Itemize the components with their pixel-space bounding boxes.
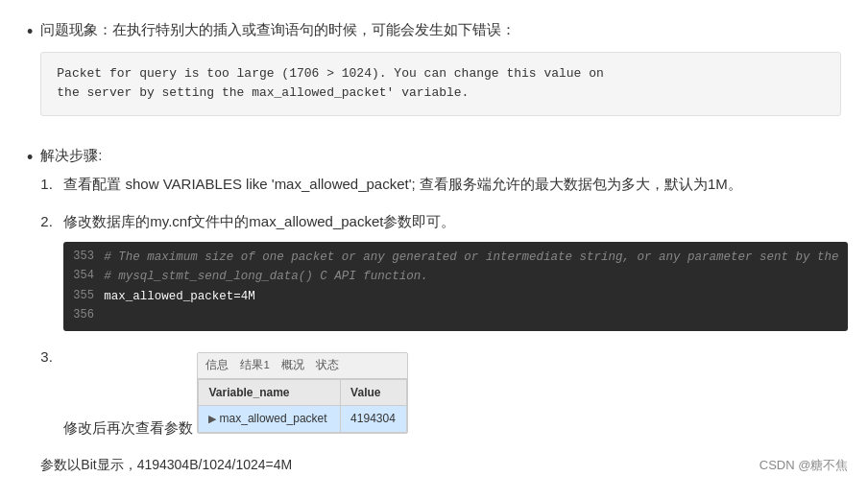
line-num-353: 353 [73,248,104,267]
dark-code-block: 353 # The maximum size of one packet or … [63,242,848,332]
step-3-text: 修改后再次查看参数 [63,420,193,437]
table-toolbar: 信息 结果1 概况 状态 [198,353,407,379]
solution-content: 解决步骤: 1. 查看配置 show VARIABLES like 'max_a… [40,143,848,477]
result-table-wrapper: 信息 结果1 概况 状态 Variable_name Value [197,352,408,433]
variable-name-value: max_allowed_packet [220,412,327,425]
cell-variable-name: ▶ max_allowed_packet [199,406,341,432]
line-num-356: 356 [73,306,104,325]
step-2-body: 修改数据库的my.cnf文件中的max_allowed_packet参数即可。 … [63,209,848,331]
step-1: 1. 查看配置 show VARIABLES like 'max_allowed… [40,172,848,197]
step-2-num: 2. [40,209,63,234]
step-1-num: 1. [40,172,63,197]
problem-title: 问题现象：在执行特别大的插入或查询语句的时候，可能会发生如下错误： [40,21,516,37]
solution-section: • 解决步骤: 1. 查看配置 show VARIABLES like 'max… [27,143,841,477]
step-1-body: 查看配置 show VARIABLES like 'max_allowed_pa… [63,172,848,197]
col-header-variable: Variable_name [199,379,341,405]
row-arrow-icon: ▶ [208,413,219,424]
line-num-355: 355 [73,287,104,306]
step-3-body: 修改后再次查看参数 信息 结果1 概况 状态 Variable_name [63,345,848,440]
csdn-brand: CSDN @糖不焦 [760,455,849,476]
line-content-355: max_allowed_packet=4M [104,287,255,307]
problem-section: • 问题现象：在执行特别大的插入或查询语句的时候，可能会发生如下错误： Pack… [27,17,841,126]
bottom-line: 参数以Bit显示，4194304B/1024/1024=4M CSDN @糖不焦 [40,454,848,477]
toolbar-info[interactable]: 信息 [205,356,229,375]
table-row: ▶ max_allowed_packet 4194304 [199,406,407,432]
bullet-icon: • [27,17,33,47]
table-header-row: Variable_name Value [199,379,407,405]
line-num-354: 354 [73,267,104,286]
line-content-353: # The maximum size of one packet or any … [104,248,838,268]
result-table: Variable_name Value ▶ max_allowed_packet… [198,379,407,433]
cell-value: 4194304 [341,406,407,432]
step-2-text: 修改数据库的my.cnf文件中的max_allowed_packet参数即可。 [63,213,455,229]
code-line-356: 356 [73,306,838,325]
code-line-353: 353 # The maximum size of one packet or … [73,248,838,268]
code-line-355: 355 max_allowed_packet=4M [73,287,838,307]
col-header-value: Value [341,379,407,405]
line-content-354: # mysql_stmt_send_long_data() C API func… [104,267,428,287]
error-code-text: Packet for query is too large (1706 > 10… [57,66,604,101]
step-3-num: 3. [40,345,63,369]
bullet-icon-2: • [27,143,33,173]
toolbar-profile[interactable]: 概况 [281,356,304,375]
steps-list: 1. 查看配置 show VARIABLES like 'max_allowed… [40,172,848,441]
step-1-text: 查看配置 show VARIABLES like 'max_allowed_pa… [63,176,741,192]
toolbar-status[interactable]: 状态 [316,356,339,375]
toolbar-result1[interactable]: 结果1 [240,356,269,375]
step-2: 2. 修改数据库的my.cnf文件中的max_allowed_packet参数即… [40,209,848,331]
step-3: 3. 修改后再次查看参数 信息 结果1 概况 状态 [40,345,848,440]
problem-content: 问题现象：在执行特别大的插入或查询语句的时候，可能会发生如下错误： Packet… [40,17,841,126]
error-code-block: Packet for query is too large (1706 > 10… [40,52,841,117]
bottom-text: 参数以Bit显示，4194304B/1024/1024=4M [40,454,292,477]
code-line-354: 354 # mysql_stmt_send_long_data() C API … [73,267,838,287]
solution-title: 解决步骤: [40,147,102,163]
